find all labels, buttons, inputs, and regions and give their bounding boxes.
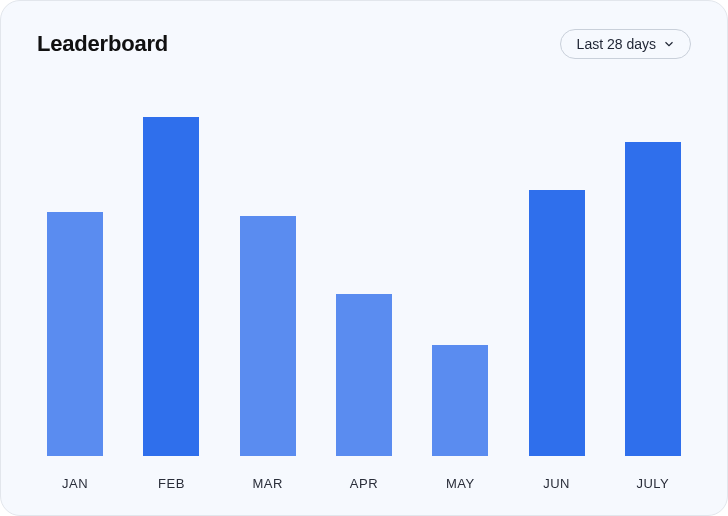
time-range-label: Last 28 days <box>577 36 656 52</box>
card-header: Leaderboard Last 28 days <box>37 29 691 59</box>
bar <box>625 142 681 456</box>
bar-column <box>432 87 488 456</box>
bar-column <box>240 87 296 456</box>
x-tick: JUN <box>528 476 584 491</box>
leaderboard-card: Leaderboard Last 28 days JANFEBMARAPRMAY… <box>0 0 728 516</box>
bar-column <box>143 87 199 456</box>
bar-column <box>625 87 681 456</box>
x-tick: MAR <box>240 476 296 491</box>
bar <box>432 345 488 456</box>
bar-column <box>47 87 103 456</box>
x-tick: FEB <box>143 476 199 491</box>
x-tick: APR <box>336 476 392 491</box>
bar-column <box>528 87 584 456</box>
x-axis: JANFEBMARAPRMAYJUNJULY <box>37 462 691 491</box>
x-tick: JULY <box>625 476 681 491</box>
x-tick: MAY <box>432 476 488 491</box>
chevron-down-icon <box>662 37 676 51</box>
x-tick: JAN <box>47 476 103 491</box>
bar <box>336 294 392 456</box>
bar <box>529 190 585 456</box>
bar-column <box>336 87 392 456</box>
bar <box>240 216 296 456</box>
time-range-select[interactable]: Last 28 days <box>560 29 691 59</box>
page-title: Leaderboard <box>37 31 168 57</box>
bar-chart <box>37 67 691 456</box>
bar <box>143 117 199 456</box>
bar <box>47 212 103 456</box>
